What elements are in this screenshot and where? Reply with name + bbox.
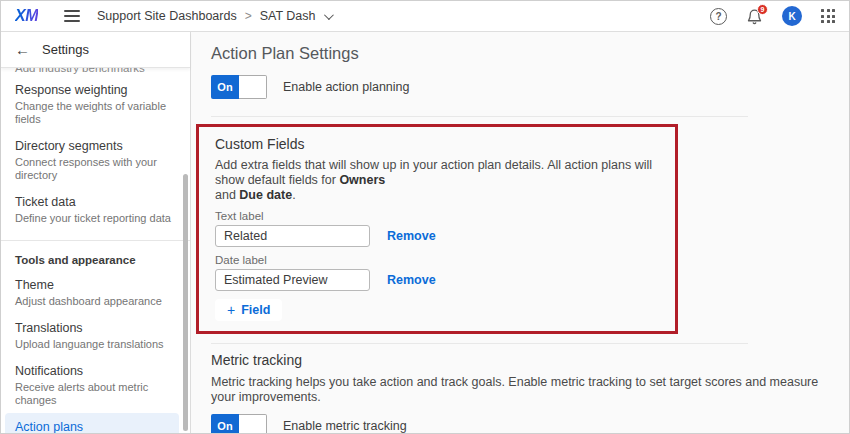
toggle-off-segment [239, 414, 267, 433]
avatar-initial: K [788, 11, 795, 22]
enable-action-planning-toggle[interactable]: On [211, 75, 267, 99]
section-divider [211, 116, 748, 117]
item-title: Directory segments [15, 139, 176, 154]
action-planning-toggle-row: On Enable action planning [211, 75, 849, 99]
notifications-bell-icon[interactable]: 9 [746, 8, 763, 25]
hamburger-menu-icon[interactable] [64, 10, 80, 22]
enable-metric-tracking-label: Enable metric tracking [283, 419, 407, 433]
item-subtitle: Receive alerts about metric changes [15, 381, 176, 407]
toggle-off-segment [239, 75, 267, 99]
text-label: Text label [215, 210, 659, 222]
description-line-1: Metric tracking helps you take action an… [211, 375, 849, 390]
item-subtitle: Upload languange translations [15, 338, 176, 351]
sidebar-item-theme[interactable]: Theme Adjust dashboard appearance [1, 271, 190, 314]
toggle-on-segment: On [211, 414, 239, 433]
item-subtitle: Define your ticket reporting data [15, 212, 176, 225]
add-field-button[interactable]: + Field [215, 299, 282, 321]
custom-fields-annotation-box: Custom Fields Add extra fields that will… [196, 124, 678, 334]
plus-icon: + [227, 302, 235, 318]
sidebar-list: Add industry benchmarks Response weighti… [1, 68, 190, 434]
breadcrumb-current[interactable]: SAT Dash [260, 9, 316, 23]
sidebar-section-tools-and-appearance: Tools and appearance [1, 241, 190, 271]
notification-badge: 9 [757, 4, 768, 15]
toggle-on-segment: On [211, 75, 239, 99]
text-label-input[interactable] [215, 225, 370, 247]
sidebar-item-translations[interactable]: Translations Upload languange translatio… [1, 314, 190, 357]
text-field-row: Remove [215, 225, 659, 247]
breadcrumb-separator-icon: > [245, 9, 252, 23]
metric-tracking-toggle-row: On Enable metric tracking [211, 414, 849, 433]
sidebar-item-ticket-data[interactable]: Ticket data Define your ticket reporting… [1, 188, 190, 231]
item-title: Action plans [15, 420, 169, 434]
item-title: Translations [15, 321, 176, 336]
date-label-input[interactable] [215, 269, 370, 291]
settings-sidebar: ← Settings Add industry benchmarks Respo… [1, 32, 191, 433]
item-title: Theme [15, 278, 176, 293]
description-line-2: your improvements. [211, 390, 849, 405]
top-bar: XM Support Site Dashboards > SAT Dash ? … [1, 1, 849, 32]
item-subtitle: Connect responses with your directory [15, 156, 176, 182]
metric-tracking-description: Metric tracking helps you take action an… [211, 375, 849, 405]
top-bar-actions: ? 9 K [710, 6, 835, 26]
date-label: Date label [215, 254, 659, 266]
description-line-1: Add extra fields that will show up in yo… [215, 158, 659, 188]
sidebar-item-response-weighting[interactable]: Response weighting Change the weights of… [1, 76, 190, 132]
page-title: Action Plan Settings [211, 43, 849, 63]
custom-fields-heading: Custom Fields [215, 136, 659, 153]
metric-tracking-heading: Metric tracking [211, 352, 849, 369]
sidebar-item-add-industry-benchmarks[interactable]: Add industry benchmarks [1, 68, 190, 76]
xm-logo[interactable]: XM [15, 7, 38, 25]
sidebar-title: Settings [42, 42, 89, 57]
app-window: XM Support Site Dashboards > SAT Dash ? … [0, 0, 850, 434]
enable-action-planning-label: Enable action planning [283, 80, 410, 94]
chevron-down-icon[interactable] [323, 10, 333, 20]
sidebar-item-directory-segments[interactable]: Directory segments Connect responses wit… [1, 132, 190, 188]
help-icon[interactable]: ? [710, 8, 727, 25]
remove-text-field-link[interactable]: Remove [387, 229, 436, 243]
section-divider [211, 343, 748, 344]
item-title: Notifications [15, 364, 176, 379]
sidebar-item-action-plans[interactable]: Action plans Manage action plan settings [5, 413, 179, 434]
item-subtitle: Change the weights of variable fields [15, 100, 176, 126]
date-field-row: Remove [215, 269, 659, 291]
item-title: Ticket data [15, 195, 176, 210]
breadcrumb-root[interactable]: Support Site Dashboards [97, 9, 237, 23]
apps-grid-icon[interactable] [821, 9, 835, 23]
breadcrumb: Support Site Dashboards > SAT Dash [97, 9, 331, 23]
enable-metric-tracking-toggle[interactable]: On [211, 414, 267, 433]
item-subtitle: Adjust dashboard appearance [15, 295, 176, 308]
sidebar-item-notifications[interactable]: Notifications Receive alerts about metri… [1, 357, 190, 413]
item-title: Response weighting [15, 83, 176, 98]
remove-date-field-link[interactable]: Remove [387, 273, 436, 287]
user-avatar[interactable]: K [782, 6, 802, 26]
sidebar-header: ← Settings [1, 32, 190, 68]
description-line-2: and Due date. [215, 188, 659, 203]
back-arrow-icon[interactable]: ← [15, 41, 30, 58]
main-content: Action Plan Settings On Enable action pl… [191, 32, 849, 433]
sidebar-scrollbar[interactable] [183, 174, 188, 431]
add-field-label: Field [241, 303, 270, 317]
custom-fields-description: Add extra fields that will show up in yo… [215, 158, 659, 203]
